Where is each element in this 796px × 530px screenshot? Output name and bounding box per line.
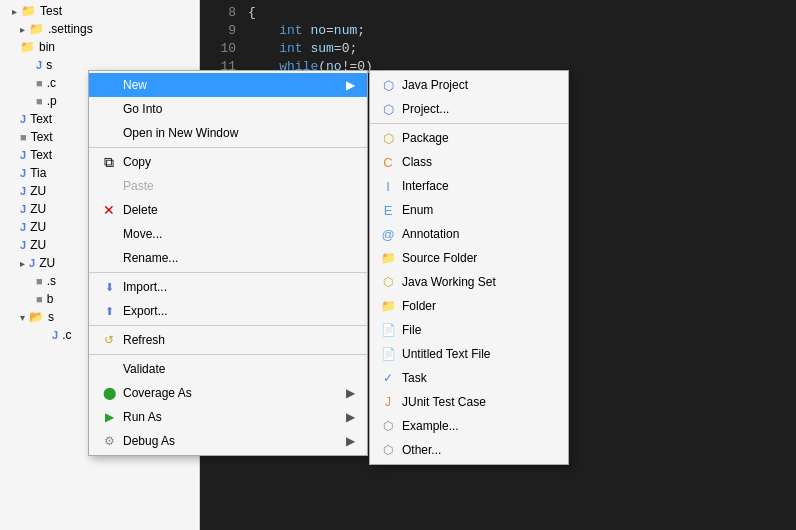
submenu-item-label: Source Folder xyxy=(402,251,477,265)
copy-icon: ⧉ xyxy=(101,154,117,170)
java-icon: J xyxy=(52,329,58,341)
menu-item-label: New xyxy=(123,78,340,92)
tree-label: .c xyxy=(62,328,71,342)
java-working-set-icon: ⬡ xyxy=(380,274,396,290)
project-icon: ⬡ xyxy=(380,101,396,117)
menu-separator-2 xyxy=(89,272,367,273)
tree-label: Test xyxy=(40,4,62,18)
submenu-item-label: Project... xyxy=(402,102,449,116)
tree-item-test[interactable]: ▸ 📁 Test xyxy=(0,2,199,20)
go-into-icon xyxy=(101,101,117,117)
folder-icon: 📁 xyxy=(380,298,396,314)
menu-item-run-as[interactable]: ▶ Run As ▶ xyxy=(89,405,367,429)
submenu-item-source-folder[interactable]: 📁 Source Folder xyxy=(370,246,568,270)
submenu-item-other[interactable]: ⬡ Other... xyxy=(370,438,568,462)
code-content: { xyxy=(248,4,256,22)
export-icon: ⬆ xyxy=(101,303,117,319)
tree-label: ZU xyxy=(30,184,46,198)
tree-label: b xyxy=(47,292,54,306)
menu-item-new[interactable]: New ▶ xyxy=(89,73,367,97)
tree-label: Text xyxy=(31,130,53,144)
menu-item-open-new-window[interactable]: Open in New Window xyxy=(89,121,367,145)
submenu-item-project[interactable]: ⬡ Project... xyxy=(370,97,568,121)
submenu-new: ⬡ Java Project ⬡ Project... ⬡ Package C … xyxy=(369,70,569,465)
file-icon: ■ xyxy=(36,77,43,89)
submenu-item-untitled-text-file[interactable]: 📄 Untitled Text File xyxy=(370,342,568,366)
menu-item-paste[interactable]: Paste xyxy=(89,174,367,198)
submenu-item-package[interactable]: ⬡ Package xyxy=(370,126,568,150)
validate-icon xyxy=(101,361,117,377)
annotation-icon: @ xyxy=(380,226,396,242)
menu-item-rename[interactable]: Rename... xyxy=(89,246,367,270)
menu-item-import[interactable]: ⬇ Import... xyxy=(89,275,367,299)
submenu-item-label: Annotation xyxy=(402,227,459,241)
java-icon: J xyxy=(20,149,26,161)
submenu-item-label: Class xyxy=(402,155,432,169)
submenu-item-annotation[interactable]: @ Annotation xyxy=(370,222,568,246)
menu-item-label: Debug As xyxy=(123,434,340,448)
task-icon: ✓ xyxy=(380,370,396,386)
tree-item-bin[interactable]: 📁 bin xyxy=(0,38,199,56)
menu-item-move[interactable]: Move... xyxy=(89,222,367,246)
tree-label: .s xyxy=(47,274,56,288)
submenu-item-file[interactable]: 📄 File xyxy=(370,318,568,342)
submenu-item-label: Interface xyxy=(402,179,449,193)
new-icon xyxy=(101,77,117,93)
debug-icon: ⚙ xyxy=(101,433,117,449)
submenu-item-task[interactable]: ✓ Task xyxy=(370,366,568,390)
untitled-text-file-icon: 📄 xyxy=(380,346,396,362)
tree-label: .settings xyxy=(48,22,93,36)
menu-item-label: Move... xyxy=(123,227,355,241)
menu-item-coverage-as[interactable]: ⬤ Coverage As ▶ xyxy=(89,381,367,405)
submenu-item-class[interactable]: C Class xyxy=(370,150,568,174)
menu-separator-3 xyxy=(89,325,367,326)
menu-item-label: Coverage As xyxy=(123,386,340,400)
java-icon: J xyxy=(20,203,26,215)
menu-item-debug-as[interactable]: ⚙ Debug As ▶ xyxy=(89,429,367,453)
java-icon: J xyxy=(29,257,35,269)
open-window-icon xyxy=(101,125,117,141)
example-icon: ⬡ xyxy=(380,418,396,434)
run-icon: ▶ xyxy=(101,409,117,425)
submenu-item-java-project[interactable]: ⬡ Java Project xyxy=(370,73,568,97)
menu-item-refresh[interactable]: ↺ Refresh xyxy=(89,328,367,352)
menu-item-export[interactable]: ⬆ Export... xyxy=(89,299,367,323)
submenu-arrow-icon: ▶ xyxy=(346,78,355,92)
class-icon: C xyxy=(380,154,396,170)
submenu-item-junit-test-case[interactable]: J JUnit Test Case xyxy=(370,390,568,414)
line-number: 8 xyxy=(208,4,236,22)
menu-item-label: Refresh xyxy=(123,333,355,347)
submenu-item-label: Enum xyxy=(402,203,433,217)
java-icon: J xyxy=(20,185,26,197)
menu-item-validate[interactable]: Validate xyxy=(89,357,367,381)
tree-label: Text xyxy=(30,148,52,162)
folder-icon: 📁 xyxy=(20,40,35,54)
submenu-item-java-working-set[interactable]: ⬡ Java Working Set xyxy=(370,270,568,294)
file-icon: ■ xyxy=(20,131,27,143)
tree-item-settings[interactable]: ▸ 📁 .settings xyxy=(0,20,199,38)
menu-item-copy[interactable]: ⧉ Copy xyxy=(89,150,367,174)
menu-item-label: Run As xyxy=(123,410,340,424)
submenu-item-enum[interactable]: E Enum xyxy=(370,198,568,222)
file-icon: ■ xyxy=(36,275,43,287)
menu-item-go-into[interactable]: Go Into xyxy=(89,97,367,121)
submenu-item-label: Task xyxy=(402,371,427,385)
submenu-arrow-icon: ▶ xyxy=(346,434,355,448)
java-project-icon: ⬡ xyxy=(380,77,396,93)
coverage-icon: ⬤ xyxy=(101,385,117,401)
submenu-item-label: Package xyxy=(402,131,449,145)
tree-label: s xyxy=(48,310,54,324)
file-icon: 📄 xyxy=(380,322,396,338)
java-icon: J xyxy=(20,113,26,125)
move-icon xyxy=(101,226,117,242)
menu-item-label: Copy xyxy=(123,155,355,169)
menu-item-delete[interactable]: ✕ Delete xyxy=(89,198,367,222)
tree-label: .c xyxy=(47,76,56,90)
submenu-item-folder[interactable]: 📁 Folder xyxy=(370,294,568,318)
import-icon: ⬇ xyxy=(101,279,117,295)
menu-separator-1 xyxy=(89,147,367,148)
submenu-item-interface[interactable]: I Interface xyxy=(370,174,568,198)
submenu-item-example[interactable]: ⬡ Example... xyxy=(370,414,568,438)
submenu-item-label: Untitled Text File xyxy=(402,347,490,361)
context-menu: New ▶ Go Into Open in New Window ⧉ Copy … xyxy=(88,70,368,456)
